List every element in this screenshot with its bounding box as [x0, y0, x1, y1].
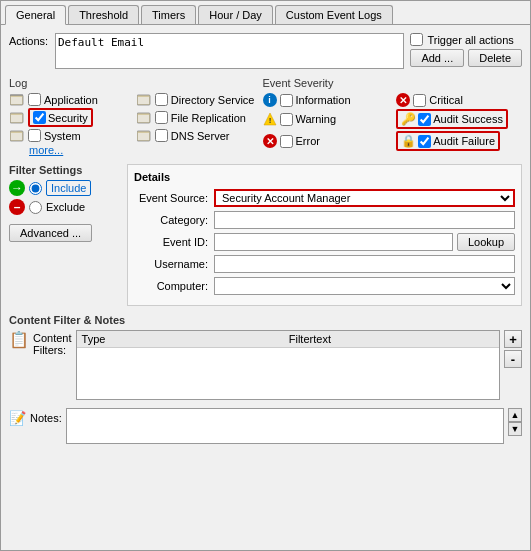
event-id-input[interactable] — [214, 233, 453, 251]
log-item-dns-server: DNS Server — [136, 129, 255, 142]
event-source-select[interactable]: Security Account Manager — [214, 189, 515, 207]
information-checkbox[interactable] — [280, 94, 293, 107]
notes-label: Notes: — [30, 412, 62, 424]
audit-success-checkbox[interactable] — [418, 113, 431, 126]
event-id-row: Event ID: Lookup — [134, 233, 515, 251]
content-filter-table: Type Filtertext — [76, 330, 500, 400]
lookup-button[interactable]: Lookup — [457, 233, 515, 251]
computer-row: Computer: — [134, 277, 515, 295]
trigger-row: Trigger all actions — [410, 33, 522, 46]
content-filters-label: Content Filters: — [33, 330, 72, 356]
directory-service-label: Directory Service — [171, 94, 255, 106]
advanced-button[interactable]: Advanced ... — [9, 224, 92, 242]
file-replication-label: File Replication — [171, 112, 246, 124]
col-filtertext: Filtertext — [288, 332, 495, 346]
svg-rect-10 — [11, 133, 22, 140]
computer-select[interactable] — [214, 277, 515, 295]
log-severity-row: Log Application — [9, 77, 522, 156]
tab-threshold[interactable]: Threshold — [68, 5, 139, 24]
log-item-application: Application — [9, 93, 128, 106]
security-checkbox[interactable] — [33, 111, 46, 124]
error-label: Error — [296, 135, 320, 147]
details-title: Details — [134, 171, 515, 183]
severity-title: Event Severity — [263, 77, 523, 89]
filter-settings-section: Filter Settings → Include – Exclude Adva… — [9, 164, 119, 306]
tab-hourday[interactable]: Hour / Day — [198, 5, 273, 24]
file-replication-icon — [136, 111, 152, 124]
more-link[interactable]: more... — [29, 144, 63, 156]
application-checkbox[interactable] — [28, 93, 41, 106]
event-id-label: Event ID: — [134, 236, 214, 248]
tab-general[interactable]: General — [5, 5, 66, 25]
include-radio[interactable] — [29, 182, 42, 195]
remove-filter-button[interactable]: - — [504, 350, 522, 368]
audit-failure-checkbox[interactable] — [418, 135, 431, 148]
log-section: Log Application — [9, 77, 255, 156]
scroll-up-button[interactable]: ▲ — [508, 408, 522, 422]
file-replication-checkbox[interactable] — [155, 111, 168, 124]
information-label: Information — [296, 94, 351, 106]
dns-server-icon — [136, 129, 152, 142]
notes-textarea[interactable] — [66, 408, 504, 444]
add-filter-button[interactable]: + — [504, 330, 522, 348]
warning-checkbox[interactable] — [280, 113, 293, 126]
notes-label-wrap: 📝 Notes: — [9, 408, 62, 426]
content-area: Actions: Trigger all actions Add ... Del… — [1, 25, 530, 452]
delete-button[interactable]: Delete — [468, 49, 522, 67]
severity-item-warning: ! Warning — [263, 109, 389, 129]
error-checkbox[interactable] — [280, 135, 293, 148]
trigger-all-checkbox[interactable] — [410, 33, 423, 46]
include-label: Include — [46, 180, 91, 196]
severity-item-audit-failure: 🔒 Audit Failure — [396, 131, 522, 151]
exclude-radio[interactable] — [29, 201, 42, 214]
svg-rect-12 — [138, 133, 149, 140]
dns-server-checkbox[interactable] — [155, 129, 168, 142]
include-option: → Include — [9, 180, 119, 196]
svg-rect-6 — [11, 115, 22, 122]
warning-label: Warning — [296, 113, 337, 125]
warning-icon: ! — [263, 112, 277, 126]
username-row: Username: — [134, 255, 515, 273]
tab-custom-event-logs[interactable]: Custom Event Logs — [275, 5, 393, 24]
svg-text:!: ! — [268, 116, 271, 125]
category-row: Category: — [134, 211, 515, 229]
actions-input[interactable] — [55, 33, 404, 69]
log-grid: Application Directory Service — [9, 93, 255, 142]
scrollbar-btns: ▲ ▼ — [508, 408, 522, 436]
key-icon: 🔑 — [401, 112, 416, 126]
content-filters-icon: 📋 — [9, 330, 29, 349]
tab-timers[interactable]: Timers — [141, 5, 196, 24]
content-filter-body: 📋 Content Filters: Type Filtertext + - — [9, 330, 522, 400]
severity-section: Event Severity i Information ✕ Critical — [263, 77, 523, 156]
username-label: Username: — [134, 258, 214, 270]
notes-row: 📝 Notes: ▲ ▼ — [9, 408, 522, 444]
category-input[interactable] — [214, 211, 515, 229]
directory-service-checkbox[interactable] — [155, 93, 168, 106]
application-label: Application — [44, 94, 98, 106]
critical-checkbox[interactable] — [413, 94, 426, 107]
scroll-down-button[interactable]: ▼ — [508, 422, 522, 436]
add-button[interactable]: Add ... — [410, 49, 464, 67]
audit-success-highlight: 🔑 Audit Success — [396, 109, 508, 129]
event-source-label: Event Source: — [134, 192, 214, 204]
audit-failure-label: Audit Failure — [433, 135, 495, 147]
audit-failure-highlight: 🔒 Audit Failure — [396, 131, 500, 151]
log-item-directory-service: Directory Service — [136, 93, 255, 106]
col-type: Type — [81, 332, 288, 346]
audit-success-label: Audit Success — [433, 113, 503, 125]
cf-table-header: Type Filtertext — [77, 331, 499, 348]
security-highlight: Security — [28, 108, 93, 127]
system-checkbox[interactable] — [28, 129, 41, 142]
tab-bar: General Threshold Timers Hour / Day Cust… — [1, 1, 530, 25]
svg-rect-8 — [138, 115, 149, 122]
main-window: General Threshold Timers Hour / Day Cust… — [0, 0, 531, 551]
directory-service-icon — [136, 93, 152, 106]
lock-icon: 🔒 — [401, 134, 416, 148]
actions-label: Actions: — [9, 33, 49, 47]
log-item-file-replication: File Replication — [136, 108, 255, 127]
security-icon — [9, 111, 25, 124]
log-item-security: Security — [9, 108, 128, 127]
details-section: Details Event Source: Security Account M… — [127, 164, 522, 306]
username-input[interactable] — [214, 255, 515, 273]
content-filter-btns: + - — [504, 330, 522, 400]
